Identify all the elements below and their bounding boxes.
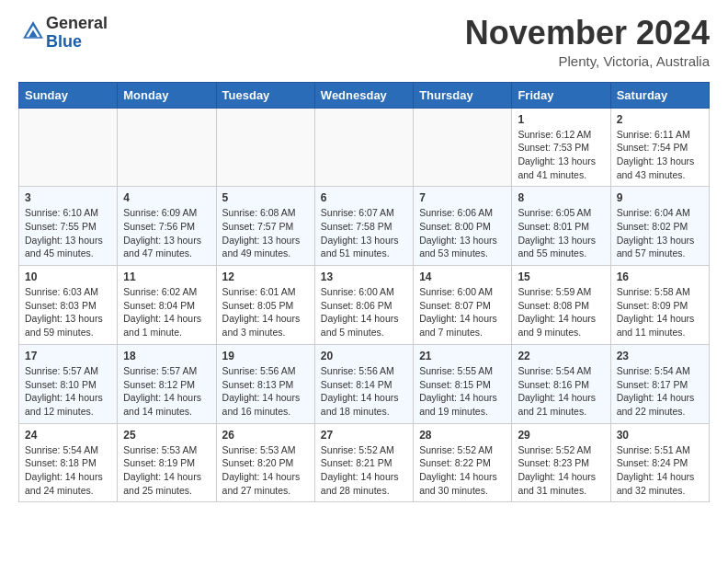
- day-info: Sunrise: 6:12 AM Sunset: 7:53 PM Dayligh…: [518, 128, 604, 182]
- calendar-cell: 12Sunrise: 6:01 AM Sunset: 8:05 PM Dayli…: [216, 266, 314, 345]
- calendar-body: 1Sunrise: 6:12 AM Sunset: 7:53 PM Daylig…: [19, 108, 710, 502]
- day-info: Sunrise: 5:56 AM Sunset: 8:14 PM Dayligh…: [321, 364, 407, 419]
- day-number: 9: [617, 191, 703, 204]
- day-number: 17: [25, 350, 111, 362]
- day-number: 27: [321, 429, 407, 442]
- week-row-3: 17Sunrise: 5:57 AM Sunset: 8:10 PM Dayli…: [19, 344, 710, 423]
- week-row-0: 1Sunrise: 6:12 AM Sunset: 7:53 PM Daylig…: [19, 108, 710, 187]
- day-info: Sunrise: 5:55 AM Sunset: 8:15 PM Dayligh…: [419, 364, 506, 419]
- calendar-cell: 10Sunrise: 6:03 AM Sunset: 8:03 PM Dayli…: [19, 266, 118, 345]
- calendar-cell: 17Sunrise: 5:57 AM Sunset: 8:10 PM Dayli…: [19, 344, 118, 423]
- calendar-cell: 9Sunrise: 6:04 AM Sunset: 8:02 PM Daylig…: [610, 187, 709, 266]
- calendar-cell: 5Sunrise: 6:08 AM Sunset: 7:57 PM Daylig…: [216, 187, 314, 266]
- day-info: Sunrise: 5:54 AM Sunset: 8:18 PM Dayligh…: [25, 443, 111, 498]
- calendar-cell: 18Sunrise: 5:57 AM Sunset: 8:12 PM Dayli…: [118, 344, 216, 423]
- day-number: 26: [222, 429, 309, 442]
- day-info: Sunrise: 6:04 AM Sunset: 8:02 PM Dayligh…: [617, 206, 703, 260]
- calendar-cell: 2Sunrise: 6:11 AM Sunset: 7:54 PM Daylig…: [610, 108, 709, 187]
- calendar-cell: 23Sunrise: 5:54 AM Sunset: 8:17 PM Dayli…: [610, 344, 709, 423]
- day-info: Sunrise: 6:05 AM Sunset: 8:01 PM Dayligh…: [518, 206, 604, 260]
- day-number: 30: [617, 429, 703, 442]
- col-friday: Friday: [512, 82, 610, 108]
- col-saturday: Saturday: [610, 82, 709, 108]
- day-info: Sunrise: 6:08 AM Sunset: 7:57 PM Dayligh…: [222, 206, 309, 260]
- col-tuesday: Tuesday: [216, 82, 314, 108]
- day-info: Sunrise: 6:01 AM Sunset: 8:05 PM Dayligh…: [222, 285, 309, 339]
- day-info: Sunrise: 6:03 AM Sunset: 8:03 PM Dayligh…: [25, 285, 111, 339]
- day-number: 4: [123, 191, 210, 204]
- col-thursday: Thursday: [414, 82, 512, 108]
- day-number: 8: [518, 191, 604, 204]
- day-info: Sunrise: 6:11 AM Sunset: 7:54 PM Dayligh…: [617, 128, 703, 182]
- location: Plenty, Victoria, Australia: [465, 53, 710, 69]
- day-number: 29: [518, 429, 604, 442]
- day-number: 15: [518, 270, 604, 283]
- day-info: Sunrise: 6:06 AM Sunset: 8:00 PM Dayligh…: [419, 206, 506, 260]
- month-title: November 2024: [465, 15, 710, 52]
- day-number: 14: [419, 270, 506, 283]
- calendar-cell: 15Sunrise: 5:59 AM Sunset: 8:08 PM Dayli…: [512, 266, 610, 345]
- calendar-header: Sunday Monday Tuesday Wednesday Thursday…: [19, 82, 710, 108]
- day-info: Sunrise: 6:02 AM Sunset: 8:04 PM Dayligh…: [123, 285, 210, 339]
- calendar-cell: 6Sunrise: 6:07 AM Sunset: 7:58 PM Daylig…: [314, 187, 413, 266]
- calendar-cell: 27Sunrise: 5:52 AM Sunset: 8:21 PM Dayli…: [314, 423, 413, 502]
- day-number: 2: [617, 113, 703, 126]
- calendar-cell: 4Sunrise: 6:09 AM Sunset: 7:56 PM Daylig…: [118, 187, 216, 266]
- calendar-cell: 30Sunrise: 5:51 AM Sunset: 8:24 PM Dayli…: [610, 423, 709, 502]
- header: General Blue November 2024 Plenty, Victo…: [18, 15, 710, 69]
- calendar-cell: 21Sunrise: 5:55 AM Sunset: 8:15 PM Dayli…: [414, 344, 512, 423]
- day-number: 7: [419, 191, 506, 204]
- day-info: Sunrise: 5:54 AM Sunset: 8:17 PM Dayligh…: [617, 364, 703, 419]
- day-info: Sunrise: 5:52 AM Sunset: 8:23 PM Dayligh…: [518, 443, 604, 498]
- day-info: Sunrise: 6:07 AM Sunset: 7:58 PM Dayligh…: [321, 206, 407, 260]
- day-number: 16: [617, 270, 703, 283]
- day-info: Sunrise: 5:57 AM Sunset: 8:10 PM Dayligh…: [25, 364, 111, 419]
- calendar-cell: 20Sunrise: 5:56 AM Sunset: 8:14 PM Dayli…: [314, 344, 413, 423]
- logo-general: General: [46, 14, 108, 32]
- calendar-cell: 7Sunrise: 6:06 AM Sunset: 8:00 PM Daylig…: [414, 187, 512, 266]
- day-number: 23: [617, 350, 703, 362]
- day-number: 5: [222, 191, 309, 204]
- title-block: November 2024 Plenty, Victoria, Australi…: [465, 15, 710, 69]
- day-number: 13: [321, 270, 407, 283]
- calendar-cell: 25Sunrise: 5:53 AM Sunset: 8:19 PM Dayli…: [118, 423, 216, 502]
- day-info: Sunrise: 5:52 AM Sunset: 8:21 PM Dayligh…: [321, 443, 407, 498]
- calendar-cell: 3Sunrise: 6:10 AM Sunset: 7:55 PM Daylig…: [19, 187, 118, 266]
- col-wednesday: Wednesday: [314, 82, 413, 108]
- week-row-2: 10Sunrise: 6:03 AM Sunset: 8:03 PM Dayli…: [19, 266, 710, 345]
- logo-text: General Blue: [46, 15, 108, 52]
- header-row: Sunday Monday Tuesday Wednesday Thursday…: [19, 82, 710, 108]
- day-number: 20: [321, 350, 407, 362]
- day-info: Sunrise: 6:00 AM Sunset: 8:07 PM Dayligh…: [419, 285, 506, 339]
- day-number: 18: [123, 350, 210, 362]
- day-number: 25: [123, 429, 210, 442]
- day-info: Sunrise: 5:53 AM Sunset: 8:19 PM Dayligh…: [123, 443, 210, 498]
- logo: General Blue: [18, 15, 108, 52]
- page: General Blue November 2024 Plenty, Victo…: [0, 0, 728, 521]
- calendar-cell: 26Sunrise: 5:53 AM Sunset: 8:20 PM Dayli…: [216, 423, 314, 502]
- day-info: Sunrise: 5:53 AM Sunset: 8:20 PM Dayligh…: [222, 443, 309, 498]
- day-info: Sunrise: 5:57 AM Sunset: 8:12 PM Dayligh…: [123, 364, 210, 419]
- calendar-cell: [19, 108, 118, 187]
- calendar-cell: 24Sunrise: 5:54 AM Sunset: 8:18 PM Dayli…: [19, 423, 118, 502]
- day-number: 10: [25, 270, 111, 283]
- col-sunday: Sunday: [19, 82, 118, 108]
- logo-icon: [20, 18, 46, 44]
- calendar-cell: 22Sunrise: 5:54 AM Sunset: 8:16 PM Dayli…: [512, 344, 610, 423]
- day-number: 6: [321, 191, 407, 204]
- day-info: Sunrise: 5:58 AM Sunset: 8:09 PM Dayligh…: [617, 285, 703, 339]
- week-row-1: 3Sunrise: 6:10 AM Sunset: 7:55 PM Daylig…: [19, 187, 710, 266]
- day-info: Sunrise: 5:51 AM Sunset: 8:24 PM Dayligh…: [617, 443, 703, 498]
- day-number: 24: [25, 429, 111, 442]
- calendar-cell: [216, 108, 314, 187]
- calendar-cell: 19Sunrise: 5:56 AM Sunset: 8:13 PM Dayli…: [216, 344, 314, 423]
- calendar-cell: 29Sunrise: 5:52 AM Sunset: 8:23 PM Dayli…: [512, 423, 610, 502]
- day-number: 3: [25, 191, 111, 204]
- day-number: 21: [419, 350, 506, 362]
- calendar-cell: [414, 108, 512, 187]
- col-monday: Monday: [118, 82, 216, 108]
- day-info: Sunrise: 6:10 AM Sunset: 7:55 PM Dayligh…: [25, 206, 111, 260]
- calendar-cell: 11Sunrise: 6:02 AM Sunset: 8:04 PM Dayli…: [118, 266, 216, 345]
- logo-blue: Blue: [46, 32, 82, 51]
- day-info: Sunrise: 5:52 AM Sunset: 8:22 PM Dayligh…: [419, 443, 506, 498]
